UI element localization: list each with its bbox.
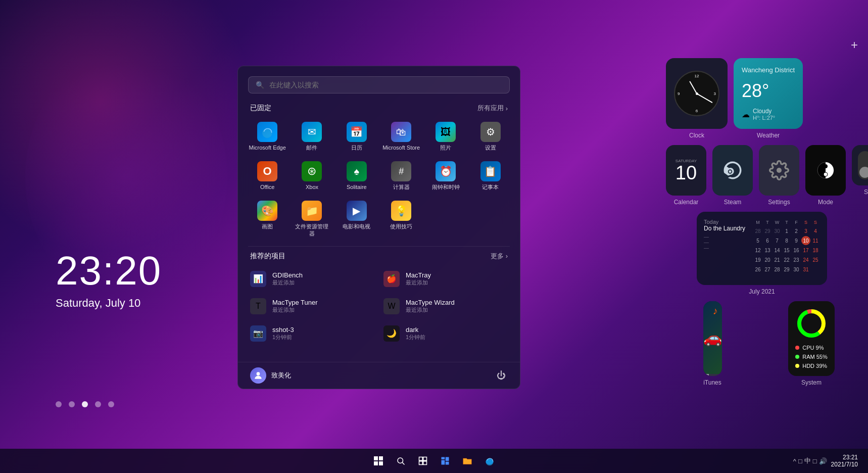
system-wrapper: CPU 9% RAM 55% HDD 39% System bbox=[765, 301, 858, 386]
toggle-1[interactable] bbox=[858, 151, 868, 179]
sshot-sub: 1分钟前 bbox=[272, 334, 294, 341]
app-files[interactable]: 📁 文件资源管理器 bbox=[291, 197, 333, 241]
tray-volume-icon[interactable]: 🔊 bbox=[819, 457, 827, 465]
cal-cell-6: 6 bbox=[763, 236, 772, 245]
tray-caret-icon[interactable]: ^ bbox=[793, 457, 796, 465]
app-alarm[interactable]: ⏰ 闹钟和时钟 bbox=[424, 157, 467, 195]
steam-widget[interactable] bbox=[712, 145, 753, 196]
svg-rect-22 bbox=[442, 457, 445, 460]
dot-2[interactable] bbox=[69, 401, 75, 407]
svg-rect-19 bbox=[423, 457, 427, 461]
more-link[interactable]: 更多 › bbox=[491, 252, 508, 261]
all-apps-link[interactable]: 所有应用 › bbox=[477, 104, 508, 113]
app-mail[interactable]: ✉ 邮件 bbox=[291, 118, 333, 155]
app-office[interactable]: O Office bbox=[246, 157, 288, 195]
file-explorer-button[interactable] bbox=[458, 452, 476, 470]
rec-mactype-tuner[interactable]: T MacType Tuner 最近添加 bbox=[246, 293, 378, 319]
settings-widget[interactable] bbox=[759, 145, 799, 196]
calendar-small-widget[interactable]: SATURDAY 10 bbox=[666, 145, 706, 196]
add-widget-button[interactable]: + bbox=[851, 38, 858, 52]
ram-stat: RAM 55% bbox=[795, 354, 828, 360]
app-photos[interactable]: 🖼 照片 bbox=[424, 118, 467, 155]
app-calculator[interactable]: # 计算器 bbox=[380, 157, 422, 195]
edge-label: Microsoft Edge bbox=[249, 145, 285, 151]
tray-network-icon[interactable]: □ bbox=[798, 457, 802, 465]
app-store[interactable]: 🛍 Microsoft Store bbox=[380, 118, 422, 155]
widget-row-1: 12 3 6 9 Clock Wancheng District 28° ☁ bbox=[666, 58, 858, 139]
mactype-wizard-sub: 最近添加 bbox=[406, 306, 455, 314]
solitaire-label: Solitaire bbox=[347, 184, 367, 191]
pinned-section-header: 已固定 所有应用 › bbox=[238, 99, 520, 116]
user-info[interactable]: 致美化 bbox=[250, 367, 291, 384]
taskbar-clock[interactable]: 23:21 2021/7/10 bbox=[831, 454, 858, 468]
itunes-widget[interactable]: 🚗 ♪ bbox=[703, 301, 722, 376]
app-movies[interactable]: ▶ 电影和电视 bbox=[335, 197, 378, 241]
switches-widget[interactable] bbox=[852, 145, 868, 185]
system-widget[interactable]: CPU 9% RAM 55% HDD 39% bbox=[788, 301, 835, 376]
rec-mactype-wizard[interactable]: W MacType Wizard 最近添加 bbox=[379, 293, 512, 319]
mactray-icon: 🍎 bbox=[383, 271, 400, 287]
rec-sshot[interactable]: 📷 sshot-3 1分钟前 bbox=[246, 320, 378, 347]
app-calendar[interactable]: 📅 日历 bbox=[335, 118, 378, 155]
dot-1[interactable] bbox=[56, 401, 62, 407]
cal-header-f: F bbox=[792, 219, 801, 226]
svg-rect-21 bbox=[423, 461, 427, 465]
movies-label: 电影和电视 bbox=[343, 223, 370, 230]
user-name: 致美化 bbox=[271, 371, 291, 380]
xbox-icon: ⊛ bbox=[302, 161, 322, 181]
windows-logo-icon bbox=[373, 456, 383, 466]
weather-widget[interactable]: Wancheng District 28° ☁ Cloudy H°: L:27° bbox=[734, 58, 803, 129]
tray-input-icon[interactable]: 中 bbox=[804, 456, 811, 465]
app-solitaire[interactable]: ♠ Solitaire bbox=[335, 157, 378, 195]
dot-4[interactable] bbox=[95, 401, 101, 407]
page-dots bbox=[56, 401, 114, 407]
cal-cell-8: 8 bbox=[782, 236, 791, 245]
cal-cell-18: 18 bbox=[811, 246, 820, 255]
mode-widget[interactable] bbox=[805, 145, 846, 196]
app-settings[interactable]: ⚙ 设置 bbox=[469, 118, 512, 155]
rec-gdibench[interactable]: 📊 GDIBench 最近添加 bbox=[246, 266, 378, 292]
itunes-progress-bar bbox=[703, 374, 722, 376]
calendar-big-wrapper: Today Do the Laundry — — — M T W T F bbox=[666, 212, 858, 295]
cal-dash-3: — bbox=[704, 245, 745, 251]
cal-cell-30b: 30 bbox=[792, 265, 801, 274]
power-button[interactable]: ⏻ bbox=[495, 368, 508, 383]
cal-today-label: Today bbox=[704, 219, 745, 225]
task-view-button[interactable] bbox=[414, 452, 432, 470]
system-ring bbox=[795, 308, 828, 339]
widgets-icon bbox=[441, 456, 450, 465]
search-bar[interactable]: 🔍 bbox=[248, 76, 510, 93]
mode-widget-wrapper: Mode bbox=[805, 145, 846, 206]
store-icon: 🛍 bbox=[391, 122, 411, 142]
gdibench-sub: 最近添加 bbox=[272, 279, 303, 287]
steam-widget-wrapper: Steam bbox=[712, 145, 753, 206]
weather-widget-label: Weather bbox=[757, 132, 780, 139]
app-paint[interactable]: 🎨 画图 bbox=[246, 197, 288, 241]
svg-point-6 bbox=[824, 164, 828, 168]
clock-widget[interactable]: 12 3 6 9 bbox=[666, 58, 728, 129]
search-input[interactable] bbox=[269, 81, 502, 89]
start-button[interactable] bbox=[369, 452, 388, 470]
cpu-dot bbox=[795, 346, 799, 350]
cal-cell-21: 21 bbox=[773, 255, 782, 264]
app-xbox[interactable]: ⊛ Xbox bbox=[291, 157, 333, 195]
app-notepad[interactable]: 📋 记事本 bbox=[469, 157, 512, 195]
rec-dark[interactable]: 🌙 dark 1分钟前 bbox=[379, 320, 512, 347]
svg-rect-23 bbox=[446, 457, 449, 461]
clock-time: 23:20 bbox=[56, 248, 162, 294]
steam-label: Steam bbox=[724, 199, 742, 206]
app-microsoft-edge[interactable]: Microsoft Edge bbox=[246, 118, 288, 155]
tray-keyboard-icon[interactable]: □ bbox=[813, 457, 817, 465]
dot-3[interactable] bbox=[82, 401, 88, 407]
svg-point-7 bbox=[824, 172, 828, 176]
widgets-button[interactable] bbox=[436, 452, 454, 470]
calendar-big-widget[interactable]: Today Do the Laundry — — — M T W T F bbox=[697, 212, 827, 285]
search-taskbar-button[interactable] bbox=[392, 452, 410, 470]
dot-5[interactable] bbox=[108, 401, 114, 407]
edge-taskbar-button[interactable] bbox=[480, 452, 499, 470]
calendar-small-label: Calendar bbox=[674, 199, 699, 206]
pinned-grid: Microsoft Edge ✉ 邮件 📅 日历 🛍 Microsoft Sto… bbox=[238, 116, 520, 246]
office-label: Office bbox=[260, 184, 275, 191]
app-tips[interactable]: 💡 使用技巧 bbox=[380, 197, 422, 241]
rec-mactray[interactable]: 🍎 MacTray 最近添加 bbox=[379, 266, 512, 292]
